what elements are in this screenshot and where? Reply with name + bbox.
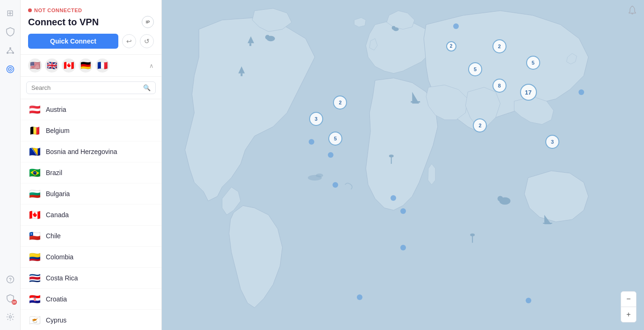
map-dot[interactable] [333,182,338,188]
status-dot [28,8,32,12]
country-item[interactable]: 🇧🇷Brazil [21,162,161,183]
country-item[interactable]: 🇨🇱Chile [21,226,161,247]
svg-point-28 [470,234,475,236]
map-dot[interactable] [328,152,333,158]
map-node[interactable]: 5 [328,132,342,146]
map-node[interactable]: 8 [492,79,507,93]
country-flag: 🇨🇴 [28,251,41,263]
flag-gb[interactable]: 🇬🇧 [45,59,59,73]
svg-point-11 [9,316,11,318]
connection-status: NOT CONNECTED [28,7,154,13]
map-node[interactable]: 17 [520,84,537,101]
map-node[interactable]: 2 [473,118,487,132]
svg-point-32 [316,174,323,177]
flag-ca[interactable]: 🇨🇦 [62,59,76,73]
flag-de[interactable]: 🇩🇪 [79,59,93,73]
vpn-panel: NOT CONNECTED Connect to VPN IP Quick Co… [21,0,162,330]
map-node[interactable]: 2 [492,39,507,53]
map-node[interactable]: 2 [333,95,347,110]
map-dot[interactable] [400,208,406,214]
svg-rect-18 [411,101,420,103]
back-button[interactable]: ↩ [122,34,136,48]
country-name: Belgium [46,127,70,134]
sidebar-icon-home[interactable]: ⊞ [3,6,18,21]
vpn-header: NOT CONNECTED Connect to VPN IP Quick Co… [21,0,161,55]
country-item[interactable]: 🇧🇬Bulgaria [21,183,161,205]
map-dot[interactable] [391,195,396,201]
country-item[interactable]: 🇧🇦Bosnia and Herzegovina [21,141,161,162]
country-flag: 🇧🇪 [28,125,41,136]
sidebar-icon-target[interactable] [3,62,18,77]
sidebar-icon-shield[interactable] [3,24,18,39]
svg-rect-16 [249,43,251,46]
country-name: Bulgaria [46,190,70,198]
country-item[interactable]: 🇨🇦Canada [21,205,161,226]
search-container: 🔍 [21,77,161,99]
svg-point-20 [498,196,503,201]
map-dot[interactable] [400,245,406,250]
sidebar-icon-vpn-count[interactable]: 10 [3,291,18,306]
country-name: Canada [46,211,69,219]
quick-connect-button[interactable]: Quick Connect [28,34,118,49]
country-item[interactable]: 🇭🇷Croatia [21,289,161,310]
svg-rect-30 [543,223,552,224]
search-icon: 🔍 [143,84,151,91]
flag-us[interactable]: 🇺🇸 [28,59,42,73]
country-name: Brazil [46,169,62,176]
sidebar-icon-support[interactable] [3,272,18,287]
map-area[interactable]: 255817233252 − + [162,0,644,330]
world-map [162,0,644,330]
svg-rect-14 [241,73,243,76]
search-input[interactable] [31,84,140,91]
ip-button[interactable]: IP [142,16,154,28]
zoom-plus-button[interactable]: + [621,307,636,322]
country-flag: 🇧🇦 [28,146,41,157]
map-dot[interactable] [357,294,362,300]
zoom-minus-button[interactable]: − [621,292,636,307]
country-name: Cyprus [46,316,66,324]
sidebar-icon-settings[interactable] [3,309,18,324]
status-text: NOT CONNECTED [34,7,82,13]
zoom-controls: − + [621,291,637,323]
svg-line-4 [10,49,13,52]
bell-icon[interactable] [628,6,637,17]
country-name: Austria [46,106,66,113]
map-node[interactable]: 3 [309,112,323,126]
map-node[interactable]: 2 [446,41,456,51]
country-item[interactable]: 🇦🇹Austria [21,99,161,120]
country-flag: 🇧🇬 [28,188,41,199]
country-item[interactable]: 🇨🇷Costa Rica [21,268,161,289]
search-input-wrap: 🔍 [26,81,156,94]
country-flag: 🇨🇱 [28,230,41,242]
map-dot[interactable] [579,89,584,95]
svg-point-22 [265,35,270,39]
collapse-flags-button[interactable]: ∧ [149,62,154,69]
country-item[interactable]: 🇨🇾Cyprus [21,310,161,330]
svg-point-9 [7,276,14,283]
country-name: Costa Rica [46,274,78,282]
country-flag: 🇧🇷 [28,167,41,178]
country-item[interactable]: 🇧🇪Belgium [21,120,161,141]
map-node[interactable]: 3 [545,135,559,149]
country-flag: 🇨🇷 [28,272,41,284]
svg-point-0 [9,47,11,49]
svg-point-10 [10,281,11,282]
map-node[interactable]: 5 [526,56,540,70]
recent-flags-row: 🇺🇸 🇬🇧 🇨🇦 🇩🇪 🇫🇷 ∧ [21,55,161,77]
country-name: Colombia [46,253,73,261]
country-flag: 🇨🇾 [28,315,41,326]
map-dot[interactable] [526,298,531,303]
map-dot[interactable] [309,139,314,145]
map-node[interactable]: 5 [468,62,482,76]
country-item[interactable]: 🇨🇴Colombia [21,247,161,268]
refresh-button[interactable]: ↺ [140,34,154,48]
country-flag: 🇨🇦 [28,209,41,220]
country-name: Croatia [46,295,67,303]
svg-line-3 [7,49,10,52]
country-name: Chile [46,232,61,240]
sidebar-icon-nodes[interactable] [3,43,18,58]
svg-point-24 [392,26,396,30]
map-dot[interactable] [453,23,459,29]
flag-fr[interactable]: 🇫🇷 [95,59,109,73]
svg-point-26 [389,154,394,157]
